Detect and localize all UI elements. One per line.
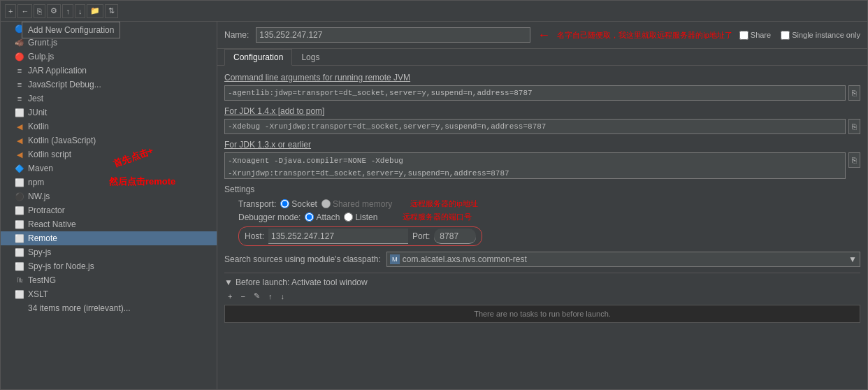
transport-shared-radio[interactable] bbox=[321, 199, 331, 208]
list-item-remote[interactable]: ⬜ Remote bbox=[1, 231, 217, 245]
list-item-spyjs-node[interactable]: ⬜ Spy-js for Node.js bbox=[1, 259, 217, 273]
before-launch-label: Before launch: Activate tool window bbox=[236, 277, 368, 287]
tab-configuration[interactable]: Configuration bbox=[224, 49, 292, 66]
settings-label: Settings bbox=[224, 185, 860, 194]
kotlin-js-icon: ◀ bbox=[15, 136, 24, 145]
ip-hint-annotation: 名字自己随便取，我这里就取远程服务器的ip地址了 bbox=[557, 30, 732, 41]
settings-button[interactable]: ⚙ bbox=[47, 4, 61, 18]
share-checkbox[interactable] bbox=[739, 31, 748, 40]
list-item-label: TestNG bbox=[28, 275, 56, 285]
host-input[interactable] bbox=[268, 229, 408, 244]
list-item-protractor[interactable]: ⬜ Protractor bbox=[1, 203, 217, 217]
list-item-jsdebug[interactable]: ≡ JavaScript Debug... bbox=[1, 78, 217, 92]
debugger-attach-label[interactable]: Attach bbox=[305, 212, 340, 222]
back-button[interactable]: ← bbox=[17, 4, 32, 18]
transport-row: Transport: Socket Shared memory 远程服务器的ip… bbox=[224, 198, 860, 209]
jar-icon: ≡ bbox=[15, 66, 24, 75]
copy-config-button[interactable]: ⎘ bbox=[34, 4, 45, 18]
list-item-label: Maven bbox=[28, 164, 53, 173]
list-item-testng[interactable]: ㎔ TestNG bbox=[1, 273, 217, 287]
before-launch-section: ▼ Before launch: Activate tool window + … bbox=[224, 273, 860, 323]
transport-socket-label[interactable]: Socket bbox=[280, 199, 317, 209]
share-checkbox-label[interactable]: Share bbox=[739, 31, 771, 40]
list-item-jest[interactable]: ≡ Jest bbox=[1, 92, 217, 106]
collapse-icon: ▼ bbox=[224, 277, 233, 287]
list-item-kotlin-js[interactable]: ◀ Kotlin (JavaScript) bbox=[1, 133, 217, 147]
transport-shared-label[interactable]: Shared memory bbox=[321, 199, 392, 209]
list-item-gulpjs[interactable]: 🔴 Gulp.js bbox=[1, 50, 217, 64]
search-module-name: com.alcatel.axs.nvs.common-rest bbox=[403, 254, 527, 264]
single-instance-checkbox-label[interactable]: Single instance only bbox=[781, 31, 860, 40]
folder-button[interactable]: 📁 bbox=[87, 4, 103, 18]
add-config-button[interactable]: + bbox=[5, 4, 16, 18]
before-launch-add-button[interactable]: + bbox=[224, 290, 236, 302]
sort-button[interactable]: ⇅ bbox=[105, 4, 118, 18]
single-instance-checkbox[interactable] bbox=[781, 31, 790, 40]
list-item-label: Jest bbox=[28, 94, 43, 103]
jdk13-input[interactable] bbox=[224, 152, 846, 179]
list-item-label: Spy-js bbox=[28, 247, 51, 257]
list-item-more[interactable]: 34 items more (irrelevant)... bbox=[1, 301, 217, 315]
list-item-maven[interactable]: 🔷 Maven bbox=[1, 161, 217, 175]
spyjs-node-icon: ⬜ bbox=[15, 262, 24, 271]
debugger-listen-radio[interactable] bbox=[344, 212, 353, 222]
checkbox-group: Share Single instance only bbox=[739, 31, 860, 40]
name-input[interactable] bbox=[256, 27, 530, 43]
dropdown-arrow-icon: ▼ bbox=[848, 254, 857, 264]
before-launch-up-button[interactable]: ↑ bbox=[265, 290, 276, 302]
list-item-jar[interactable]: ≡ JAR Application bbox=[1, 64, 217, 78]
list-item-react-native[interactable]: ⬜ React Native bbox=[1, 217, 217, 231]
spyjs-icon: ⬜ bbox=[15, 248, 24, 257]
jdk13-input-row: ⎘ bbox=[224, 152, 860, 179]
add-config-label: Add New Configuration bbox=[22, 22, 120, 38]
list-item-label: JavaScript Debug... bbox=[28, 80, 101, 89]
port-input[interactable] bbox=[434, 229, 476, 244]
list-item-label: Kotlin script bbox=[28, 150, 71, 159]
before-launch-header[interactable]: ▼ Before launch: Activate tool window bbox=[224, 277, 860, 287]
list-item-kotlin-script[interactable]: ◀ Kotlin script bbox=[1, 147, 217, 161]
transport-socket-radio[interactable] bbox=[280, 199, 289, 208]
kotlin-script-icon: ◀ bbox=[15, 150, 24, 159]
list-item-xslt[interactable]: ⬜ XSLT bbox=[1, 287, 217, 301]
jdk1-input[interactable] bbox=[224, 119, 846, 134]
remote-ip-annotation: 远程服务器的ip地址 bbox=[410, 198, 478, 209]
config-body: Command line arguments for running remot… bbox=[217, 66, 867, 330]
jdk13-copy-button[interactable]: ⎘ bbox=[848, 152, 860, 168]
react-native-icon: ⬜ bbox=[15, 220, 24, 229]
debugger-listen-label[interactable]: Listen bbox=[344, 212, 377, 222]
maven-icon: 🔷 bbox=[15, 164, 24, 173]
list-item-label: Spy-js for Node.js bbox=[28, 261, 94, 271]
before-launch-down-button[interactable]: ↓ bbox=[277, 290, 288, 302]
tab-logs[interactable]: Logs bbox=[292, 49, 328, 66]
list-item-label: XSLT bbox=[28, 289, 48, 299]
list-item-junit[interactable]: ⬜ JUnit bbox=[1, 106, 217, 120]
junit-icon: ⬜ bbox=[15, 108, 24, 117]
list-item-label: Remote bbox=[28, 233, 57, 243]
left-panel: 🔵 GitHub 🐗 Grunt.js 🔴 Gulp.js ≡ JAR Appl… bbox=[1, 22, 217, 389]
move-down-button[interactable]: ↓ bbox=[75, 4, 86, 18]
search-sources-row: Search sources using module's classpath:… bbox=[224, 252, 860, 267]
search-sources-label: Search sources using module's classpath: bbox=[224, 254, 381, 264]
host-port-row: Host: Port: bbox=[238, 226, 482, 246]
list-item-spyjs[interactable]: ⬜ Spy-js bbox=[1, 245, 217, 259]
jdk1-copy-button[interactable]: ⎘ bbox=[848, 119, 860, 134]
search-sources-select[interactable]: M com.alcatel.axs.nvs.common-rest ▼ bbox=[386, 252, 860, 267]
grunt-icon: 🐗 bbox=[15, 38, 24, 48]
before-launch-remove-button[interactable]: − bbox=[237, 290, 248, 302]
debugger-attach-radio[interactable] bbox=[305, 212, 314, 222]
debugger-row: Debugger mode: Attach Listen 远程服务器的端口号 bbox=[224, 212, 860, 222]
jdk1-section-title: For JDK 1.4.x [add to pom] bbox=[224, 106, 860, 116]
list-item-nwjs[interactable]: ⚫ NW.js bbox=[1, 189, 217, 203]
list-item-label: React Native bbox=[28, 219, 76, 229]
list-item-kotlin[interactable]: ◀ Kotlin bbox=[1, 120, 217, 133]
move-up-button[interactable]: ↑ bbox=[62, 4, 73, 18]
before-launch-edit-button[interactable]: ✎ bbox=[250, 290, 263, 302]
list-item-npm[interactable]: ⬜ npm bbox=[1, 175, 217, 189]
cmd-input[interactable] bbox=[224, 85, 846, 101]
module-icon: M bbox=[390, 254, 400, 264]
cmd-section-title: Command line arguments for running remot… bbox=[224, 73, 860, 82]
run-config-dialog: + ← ⎘ ⚙ ↑ ↓ 📁 ⇅ Add New Configuration 🔵 … bbox=[0, 0, 868, 390]
arrow-to-name: ← bbox=[537, 28, 550, 43]
name-row: Name: ← 名字自己随便取，我这里就取远程服务器的ip地址了 Share S… bbox=[217, 22, 867, 49]
cmd-copy-button[interactable]: ⎘ bbox=[848, 85, 860, 101]
